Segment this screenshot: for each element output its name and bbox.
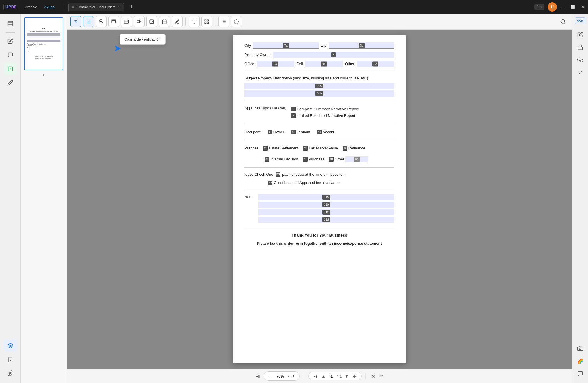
date-button[interactable] — [159, 16, 170, 27]
close-button[interactable]: ✕ — [581, 4, 585, 10]
zoom-controls: − ▾ + — [264, 371, 300, 381]
search-button[interactable] — [557, 16, 568, 27]
checkbox-refinance[interactable]: c4 — [343, 146, 347, 151]
text-properties-button[interactable] — [189, 16, 200, 27]
new-tab-button[interactable]: + — [128, 4, 135, 10]
subject-field-10a[interactable]: 10a — [244, 83, 394, 89]
sidebar-item-bookmark[interactable] — [4, 353, 17, 366]
chat-button[interactable] — [574, 368, 586, 380]
minimize-button[interactable]: — — [560, 4, 565, 10]
zip-badge: 7b — [359, 43, 365, 48]
nav-next-button[interactable]: ▼ — [344, 373, 350, 379]
grid-button[interactable] — [201, 16, 212, 27]
ocr-button[interactable]: OCR — [575, 17, 585, 24]
checkbox-vacant-label: Vacant — [323, 129, 334, 135]
checkbox-internal-row: c6 Internal Decision — [265, 156, 298, 162]
subject-field-10b[interactable]: 10b — [244, 90, 394, 97]
lease-label: lease Check One: — [244, 172, 274, 177]
sidebar-item-comment[interactable] — [4, 49, 17, 61]
menu-archivo[interactable]: Archivo — [22, 4, 40, 10]
checkbox-complete[interactable]: ✓ — [291, 107, 296, 111]
divider-after-purpose — [244, 167, 394, 168]
sidebar-item-sign[interactable] — [4, 76, 17, 89]
menu-bar: Archivo Ayuda — [22, 4, 58, 10]
tab-close-button[interactable]: × — [118, 5, 120, 10]
sidebar-item-edit[interactable] — [4, 35, 17, 48]
page-input[interactable] — [328, 374, 335, 378]
checkbox-fair[interactable]: c2 — [303, 146, 308, 151]
active-tab[interactable]: ✏ Commercial ...isal Order* × — [68, 3, 124, 11]
menu-ayuda[interactable]: Ayuda — [41, 4, 58, 10]
purpose-label: Purpose — [244, 145, 258, 151]
checkbox-estate-row: c1 Estate Settlement — [263, 145, 298, 151]
right-edit-button[interactable] — [574, 29, 586, 40]
checkbox-estate[interactable]: c1 — [263, 146, 268, 151]
office-field[interactable]: 9a — [257, 61, 294, 67]
note-field-11a[interactable]: 11a — [258, 194, 394, 200]
checkbox-other[interactable]: c8 — [329, 157, 334, 162]
property-owner-badge: 8 — [331, 52, 336, 57]
svg-rect-0 — [8, 21, 13, 26]
checkbox-purchase[interactable]: c7 — [303, 157, 308, 162]
note-field-11c[interactable]: 11c — [258, 209, 394, 215]
find-close-button[interactable]: ✕ — [370, 373, 376, 380]
cell-field[interactable]: 9b — [305, 61, 343, 67]
zip-field[interactable]: 7b — [329, 42, 394, 49]
other-phone-field[interactable]: 9c — [357, 61, 394, 67]
svg-rect-9 — [112, 21, 116, 22]
sidebar-item-layers[interactable] — [4, 339, 17, 352]
combobox-button[interactable] — [121, 16, 132, 27]
ai-button[interactable]: 🌈 — [574, 355, 586, 367]
protect-button[interactable] — [574, 41, 586, 53]
divider-after-lease — [244, 190, 394, 190]
note-label: Note — [244, 194, 256, 200]
zoom-decrease-button[interactable]: − — [268, 373, 272, 379]
lease-checkbox[interactable]: W1 — [276, 172, 280, 177]
nav-prev-button[interactable]: ▲ — [320, 373, 327, 379]
other-value-field[interactable]: nn — [345, 156, 368, 162]
svg-rect-15 — [162, 20, 166, 24]
checkbox-button[interactable]: ☑ — [83, 16, 94, 27]
checkbox-limited-label: Limited Restricted Narrative Report — [297, 113, 355, 119]
export-button[interactable] — [574, 54, 586, 66]
checkbox-tennant[interactable]: b2 — [291, 130, 296, 134]
main-area: TI ☑ ⦿ OK — [67, 14, 572, 383]
maximize-button[interactable]: ⬜ — [571, 5, 575, 9]
listbox-button[interactable] — [108, 16, 119, 27]
badge-11a: 11a — [322, 195, 331, 200]
signature-button[interactable] — [172, 16, 183, 27]
sidebar-item-pages[interactable] — [4, 17, 17, 30]
thumbnail-page-1[interactable]: ALL COMMERCIAL APPRAISAL ORDER FORM Appr… — [24, 17, 63, 70]
page-total: 1 — [340, 374, 342, 378]
divider-after-subject — [244, 101, 394, 101]
checkbox-limited[interactable]: ✓ — [291, 113, 296, 118]
text-field-button[interactable]: TI — [70, 16, 81, 27]
radio-button-button[interactable]: ⦿ — [96, 16, 107, 27]
city-field[interactable]: 7a — [253, 42, 319, 49]
nav-last-button[interactable]: ⏭ — [352, 373, 358, 379]
camera-button[interactable] — [574, 343, 586, 354]
checkbox-owner[interactable]: b — [268, 130, 272, 134]
arrange-button[interactable] — [218, 16, 229, 27]
user-avatar[interactable]: U — [548, 2, 557, 12]
property-owner-field[interactable]: 8 — [273, 52, 394, 58]
zoom-increase-button[interactable]: + — [291, 373, 296, 379]
client-paid-checkbox[interactable]: W2 — [268, 181, 272, 185]
checkbox-internal[interactable]: c6 — [265, 157, 269, 162]
zoom-input[interactable] — [274, 374, 286, 378]
image-button[interactable] — [146, 16, 157, 27]
ok-button[interactable]: OK — [134, 16, 145, 27]
note-field-11d[interactable]: 11d — [258, 217, 394, 223]
check-button[interactable] — [574, 67, 586, 78]
checkbox-vacant[interactable]: bc — [317, 130, 322, 134]
page-dropdown-icon[interactable]: ▾ — [540, 5, 542, 9]
city-zip-row: City 7a Zip 7b — [244, 42, 394, 49]
zoom-dropdown-icon[interactable]: ▾ — [288, 374, 289, 378]
right-sidebar: OCR 🌈 — [572, 14, 588, 383]
settings-button[interactable] — [231, 16, 242, 27]
nav-first-button[interactable]: ⏮ — [312, 373, 318, 379]
note-field-11b[interactable]: 11b — [258, 202, 394, 208]
sidebar-item-forms[interactable] — [4, 62, 17, 75]
checkbox-refinance-label: Refinance — [348, 145, 365, 151]
sidebar-item-attachment[interactable] — [4, 367, 17, 380]
